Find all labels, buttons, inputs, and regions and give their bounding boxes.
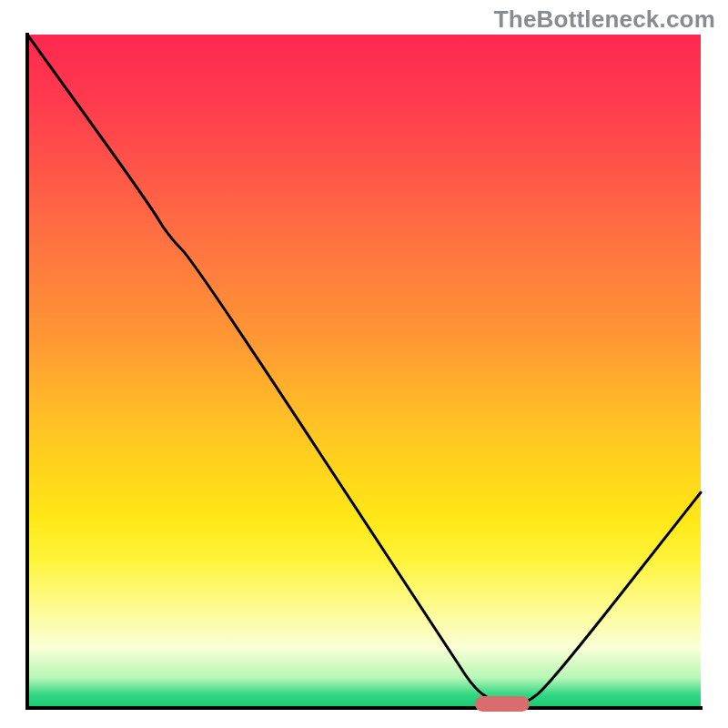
bottleneck-curve xyxy=(27,35,701,704)
optimum-marker xyxy=(475,696,530,712)
watermark-text: TheBottleneck.com xyxy=(494,5,715,34)
chart-axes xyxy=(25,33,703,710)
chart-plot-area xyxy=(25,33,703,710)
